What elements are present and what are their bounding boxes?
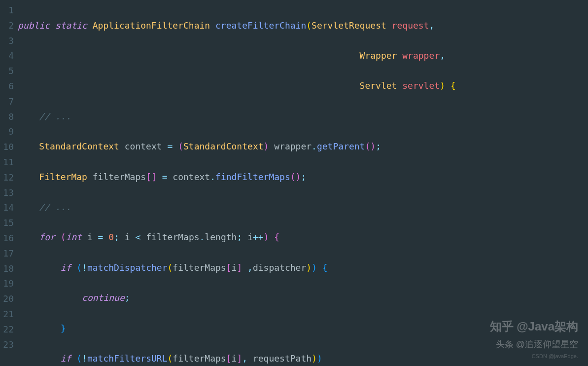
line-number: 5	[0, 64, 14, 79]
line-number: 6	[0, 79, 14, 94]
line-number: 17	[0, 246, 14, 261]
line-number: 20	[0, 292, 14, 307]
line-number: 9	[0, 124, 14, 140]
line-number: 19	[0, 276, 14, 292]
line-number: 12	[0, 170, 14, 185]
line-number: 21	[0, 307, 14, 322]
line-number: 4	[0, 48, 14, 64]
code-line: FilterMap filterMaps[] = context.findFil…	[18, 170, 588, 185]
code-content: public static ApplicationFilterChain cre…	[18, 3, 588, 366]
line-number: 18	[0, 261, 14, 277]
line-number: 23	[0, 337, 14, 353]
line-number: 2	[0, 18, 14, 34]
line-number: 16	[0, 231, 14, 246]
line-number: 8	[0, 110, 14, 125]
line-number: 15	[0, 216, 14, 231]
code-line: continue;	[18, 291, 588, 306]
code-line: public static ApplicationFilterChain cre…	[18, 18, 588, 34]
code-line: for (int i = 0; i < filterMaps.length; i…	[18, 230, 588, 245]
code-line: if (!matchDispatcher(filterMaps[i] ,disp…	[18, 260, 588, 276]
line-gutter: 1 2 3 4 5 6 7 8 9 10 11 12 13 14 15 16 1…	[0, 3, 18, 366]
code-line: Servlet servlet) {	[18, 78, 588, 94]
line-number: 3	[0, 34, 14, 49]
line-number: 7	[0, 94, 14, 110]
line-number: 14	[0, 200, 14, 216]
line-number: 22	[0, 322, 14, 337]
code-line: Wrapper wrapper,	[18, 48, 588, 64]
code-editor: 1 2 3 4 5 6 7 8 9 10 11 12 13 14 15 16 1…	[0, 0, 588, 366]
watermark-line: CSDN @javaEdge.	[490, 352, 578, 361]
line-number: 11	[0, 155, 14, 170]
line-number: 10	[0, 140, 14, 155]
line-number: 13	[0, 185, 14, 201]
code-line: // ...	[18, 200, 588, 215]
line-number: 1	[0, 3, 14, 18]
watermark-line: 知乎 @Java架构	[490, 317, 578, 337]
code-line: // ...	[18, 109, 588, 124]
code-line: StandardContext context = (StandardConte…	[18, 139, 588, 154]
watermark: 知乎 @Java架构 头条 @追逐仰望星空 CSDN @javaEdge.	[490, 317, 578, 361]
watermark-line: 头条 @追逐仰望星空	[490, 337, 578, 352]
